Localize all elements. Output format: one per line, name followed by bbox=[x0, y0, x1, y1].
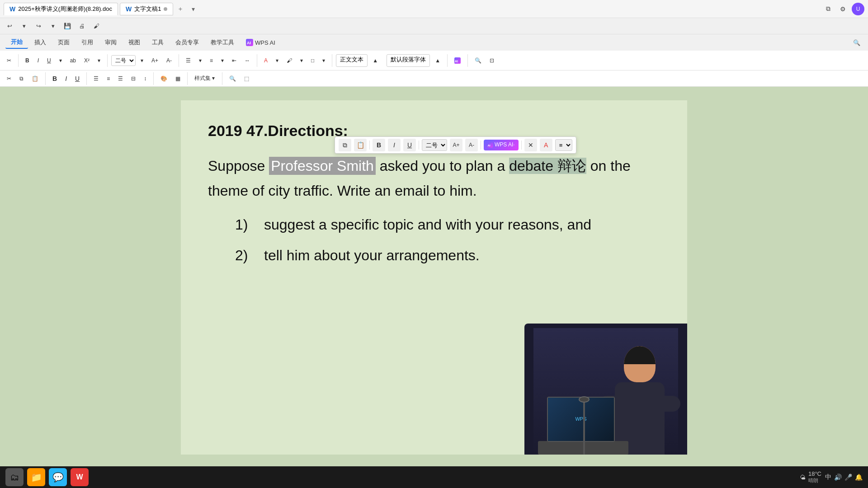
highlight-dropdown[interactable]: ▾ bbox=[297, 56, 306, 65]
align-right-btn[interactable]: ☰ bbox=[115, 74, 126, 83]
float-wps-ai-btn[interactable]: AI WPS AI· bbox=[484, 140, 519, 150]
search-button[interactable]: 🔍 bbox=[851, 37, 863, 48]
line-spacing-btn[interactable]: ↕ bbox=[141, 74, 150, 83]
redo-dropdown[interactable]: ▾ bbox=[47, 20, 59, 32]
ribbon-tab-view[interactable]: 视图 bbox=[123, 37, 146, 48]
style-arrows-up[interactable]: ▲ bbox=[369, 56, 381, 65]
taskbar-files-app[interactable]: 🗂 bbox=[5, 468, 24, 486]
select-btn[interactable]: ⬚ bbox=[241, 74, 252, 83]
wps-ai-main-icon: AI bbox=[454, 57, 461, 64]
tab-doc2[interactable]: W 文字文稿1 bbox=[120, 3, 173, 15]
select-all-btn[interactable]: ⊡ bbox=[486, 56, 497, 65]
save-button[interactable]: 💾 bbox=[61, 20, 73, 32]
align-center-btn[interactable]: ≡ bbox=[104, 74, 113, 83]
underline-dropdown[interactable]: ▾ bbox=[56, 56, 65, 65]
font-italic-i[interactable]: I bbox=[62, 74, 70, 84]
font-color-button[interactable]: A bbox=[261, 56, 271, 65]
border-dropdown[interactable]: ▾ bbox=[319, 56, 328, 65]
search-replace-btn[interactable]: 🔍 bbox=[472, 56, 485, 65]
ribbon-tab-page[interactable]: 页面 bbox=[52, 37, 75, 48]
taskbar-wps-app[interactable]: W bbox=[71, 468, 89, 486]
mic-icon[interactable]: 🎤 bbox=[844, 474, 852, 481]
float-font-size[interactable]: 二号 bbox=[422, 139, 447, 151]
style-normal-select[interactable]: 正文文本 bbox=[336, 54, 368, 67]
style-font-select[interactable]: 默认段落字体 bbox=[387, 54, 430, 67]
align-left-btn[interactable]: ☰ bbox=[90, 74, 102, 83]
superscript-dropdown[interactable]: ▾ bbox=[94, 56, 104, 65]
style-font-arrows[interactable]: ▲ bbox=[432, 56, 443, 65]
cut-btn[interactable]: ✂ bbox=[4, 74, 14, 83]
ribbon-tab-review[interactable]: 审阅 bbox=[99, 37, 122, 48]
paste-btn[interactable]: 📋 bbox=[28, 74, 42, 83]
italic-button[interactable]: I bbox=[34, 56, 42, 65]
taskbar-chat-app[interactable]: 💬 bbox=[49, 468, 67, 486]
tab-doc1[interactable]: W 2025+秋季讲义(周澜老师)(8.28).doc bbox=[4, 3, 118, 15]
clipboard-button[interactable]: ✂ bbox=[4, 56, 14, 65]
float-underline-btn[interactable]: U bbox=[403, 139, 416, 151]
redo-button[interactable]: ↪ bbox=[33, 20, 44, 32]
float-bold-btn[interactable]: B bbox=[373, 139, 385, 151]
restore-button[interactable]: ⧉ bbox=[823, 4, 834, 14]
separator7 bbox=[467, 54, 468, 67]
superscript-button[interactable]: X² bbox=[81, 56, 93, 65]
font-size-dropdown[interactable]: ▾ bbox=[137, 56, 146, 65]
float-close-btn[interactable]: ✕ bbox=[524, 139, 537, 151]
document-content[interactable]: ⧉ 📋 B I U 二号 A+ A- AI WPS AI· ✕ A ≡ bbox=[181, 100, 687, 455]
taskbar-folder-app[interactable]: 📁 bbox=[27, 468, 45, 486]
highlight-button[interactable]: 🖌 bbox=[283, 56, 295, 65]
float-italic-btn[interactable]: I bbox=[388, 139, 401, 151]
ribbon-tab-wps-ai[interactable]: AI WPS AI bbox=[241, 37, 281, 48]
tab-dropdown-button[interactable]: ▾ bbox=[188, 4, 198, 14]
ribbon-tab-refs[interactable]: 引用 bbox=[76, 37, 99, 48]
strikethrough-button[interactable]: ab bbox=[67, 56, 79, 65]
numbering-dropdown[interactable]: ▾ bbox=[218, 56, 227, 65]
border-button[interactable]: □ bbox=[308, 56, 317, 65]
print-preview-button[interactable]: 🖨 bbox=[76, 20, 88, 32]
align-center[interactable]: ↔ bbox=[241, 56, 253, 65]
wps-icon-tab1: W bbox=[9, 5, 15, 13]
separator1 bbox=[18, 54, 19, 67]
notification-icon[interactable]: 🔔 bbox=[855, 474, 863, 481]
font-color-dropdown[interactable]: ▾ bbox=[273, 56, 282, 65]
copy-btn[interactable]: ⧉ bbox=[16, 74, 27, 83]
font-size-select[interactable]: 二号三号四号 bbox=[111, 55, 136, 66]
float-font-decrease[interactable]: A- bbox=[465, 139, 478, 151]
align-left[interactable]: ⇤ bbox=[229, 56, 240, 65]
bullets-dropdown[interactable]: ▾ bbox=[196, 56, 205, 65]
font-bold-b[interactable]: B bbox=[49, 74, 60, 84]
styles-dropdown-btn[interactable]: 样式集 ▾ bbox=[191, 73, 218, 84]
sep9 bbox=[86, 72, 87, 85]
ribbon-tab-teaching[interactable]: 教学工具 bbox=[205, 37, 240, 48]
float-copy-btn[interactable]: ⧉ bbox=[339, 139, 351, 151]
new-tab-button[interactable]: ＋ bbox=[175, 4, 186, 14]
document-paragraph[interactable]: Suppose Professor Smith asked you to pla… bbox=[208, 154, 660, 203]
float-color-btn[interactable]: A bbox=[540, 139, 552, 151]
float-align-select[interactable]: ≡ bbox=[555, 139, 572, 151]
float-font-increase[interactable]: A+ bbox=[450, 139, 462, 151]
format-brush[interactable]: 🖌 bbox=[90, 20, 102, 32]
underline-button[interactable]: U bbox=[44, 56, 54, 65]
ribbon-tab-vip[interactable]: 会员专享 bbox=[170, 37, 204, 48]
settings-icon[interactable]: ⚙ bbox=[837, 4, 848, 14]
shading-btn[interactable]: 🎨 bbox=[157, 74, 170, 83]
ribbon-tab-tools[interactable]: 工具 bbox=[146, 37, 169, 48]
find-btn[interactable]: 🔍 bbox=[226, 74, 239, 83]
undo-dropdown[interactable]: ▾ bbox=[18, 20, 30, 32]
decrease-font[interactable]: A- bbox=[163, 56, 175, 65]
float-paste-btn[interactable]: 📋 bbox=[354, 139, 367, 151]
float-sep3 bbox=[481, 141, 481, 150]
user-avatar[interactable]: U bbox=[852, 3, 864, 15]
bold-button[interactable]: B bbox=[22, 56, 33, 65]
ribbon-tab-insert[interactable]: 插入 bbox=[29, 37, 52, 48]
justify-btn[interactable]: ⊟ bbox=[128, 74, 139, 83]
font-underline-u[interactable]: U bbox=[72, 74, 83, 84]
bullets-button[interactable]: ☰ bbox=[183, 56, 194, 65]
undo-button[interactable]: ↩ bbox=[4, 20, 15, 32]
audio-icon[interactable]: 🔊 bbox=[834, 474, 842, 481]
ime-icon[interactable]: 中 bbox=[825, 473, 831, 481]
increase-font[interactable]: A+ bbox=[148, 56, 161, 65]
ribbon-tab-start[interactable]: 开始 bbox=[5, 36, 28, 49]
numbering-button[interactable]: ≡ bbox=[207, 56, 216, 65]
wps-ai-main-btn[interactable]: AI bbox=[451, 56, 464, 65]
borders-btn[interactable]: ▦ bbox=[172, 74, 184, 83]
